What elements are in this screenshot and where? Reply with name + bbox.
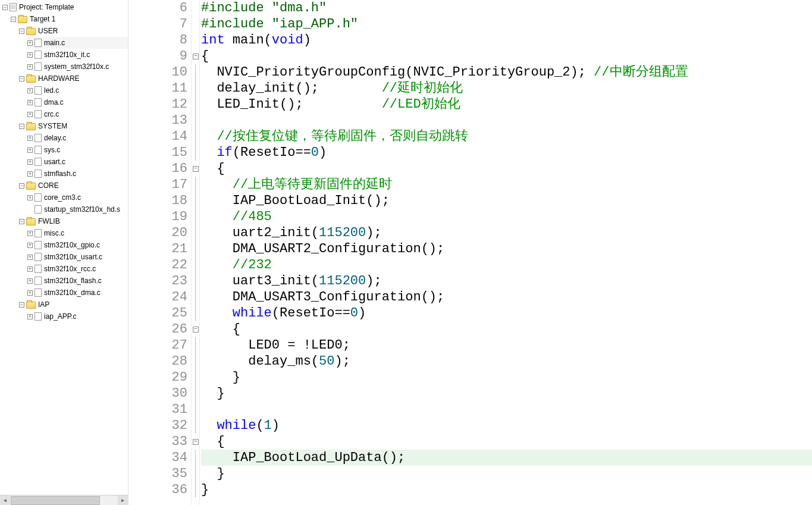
code-line[interactable]: //上电等待更新固件的延时 xyxy=(201,177,812,193)
code-line[interactable]: delay_ms(50); xyxy=(201,353,812,369)
expander-icon[interactable]: + xyxy=(27,314,33,319)
expander-icon[interactable]: + xyxy=(27,100,33,105)
file-row[interactable]: +stm32f10x_dma.c xyxy=(26,287,128,299)
fold-toggle-icon[interactable]: − xyxy=(193,166,199,172)
file-row[interactable]: +stm32f10x_gpio.c xyxy=(26,239,128,251)
target-row[interactable]: − Target 1 xyxy=(10,13,128,25)
expander-icon[interactable]: + xyxy=(27,40,33,46)
file-row[interactable]: +crc.c xyxy=(26,108,128,120)
expander-icon[interactable]: − xyxy=(19,76,24,81)
code-line[interactable]: uart3_init(115200); xyxy=(201,273,812,289)
file-row[interactable]: +usart.c xyxy=(26,156,128,168)
fold-cell[interactable]: − xyxy=(192,48,199,64)
fold-cell[interactable]: − xyxy=(192,321,199,337)
expander-icon[interactable]: + xyxy=(27,231,33,236)
expander-icon[interactable]: + xyxy=(27,266,33,272)
code-line[interactable]: { xyxy=(201,321,812,337)
group-row[interactable]: −HARDWARE xyxy=(18,73,128,84)
expander-icon[interactable]: + xyxy=(27,243,33,248)
expander-icon[interactable]: + xyxy=(27,112,33,117)
code-line[interactable]: if(ResetIo==0) xyxy=(201,145,812,161)
code-line[interactable]: while(ResetIo==0) xyxy=(201,305,812,321)
fold-column[interactable]: −−−− xyxy=(192,0,200,505)
code-line[interactable]: } xyxy=(201,369,812,385)
expander-icon[interactable]: − xyxy=(19,124,24,129)
file-row[interactable]: +misc.c xyxy=(26,227,128,239)
scroll-right-icon[interactable]: ► xyxy=(118,495,128,505)
file-row[interactable]: +stmflash.c xyxy=(26,168,128,180)
expander-icon[interactable]: + xyxy=(27,171,33,177)
file-row[interactable]: +stm32f10x_flash.c xyxy=(26,275,128,287)
file-row[interactable]: +main.c xyxy=(26,37,128,49)
file-row[interactable]: +delay.c xyxy=(26,132,128,144)
code-line[interactable] xyxy=(201,112,812,128)
file-row[interactable]: +iap_APP.c xyxy=(26,310,128,322)
file-row[interactable]: +core_cm3.c xyxy=(26,192,128,203)
scroll-left-icon[interactable]: ◄ xyxy=(0,495,10,505)
project-root-row[interactable]: − Project: Template xyxy=(1,1,128,13)
file-row[interactable]: +stm32f10x_it.c xyxy=(26,49,128,61)
group-row[interactable]: −FWLIB xyxy=(18,215,128,227)
fold-toggle-icon[interactable]: − xyxy=(193,439,199,445)
expander-icon[interactable]: + xyxy=(27,52,33,58)
expander-icon[interactable]: + xyxy=(27,255,33,260)
fold-cell[interactable]: − xyxy=(192,161,199,177)
code-line[interactable]: { xyxy=(201,434,812,450)
code-line[interactable]: { xyxy=(201,161,812,177)
code-line[interactable]: uart2_init(115200); xyxy=(201,225,812,241)
expander-icon[interactable]: + xyxy=(27,136,33,141)
code-line[interactable]: } xyxy=(201,466,812,482)
code-line[interactable]: //485 xyxy=(201,209,812,225)
file-row[interactable]: +led.c xyxy=(26,84,128,96)
code-line[interactable]: //按住复位键，等待刷固件，否则自动跳转 xyxy=(201,128,812,145)
code-editor[interactable]: 6789101112131415161718192021222324252627… xyxy=(128,0,812,505)
file-row[interactable]: +system_stm32f10x.c xyxy=(26,61,128,73)
project-tree[interactable]: − Project: Template − Target 1 −USER+mai… xyxy=(0,0,128,495)
code-line[interactable] xyxy=(201,402,812,418)
fold-toggle-icon[interactable]: − xyxy=(193,54,199,59)
code-line[interactable]: } xyxy=(201,482,812,498)
code-area[interactable]: #include "dma.h"#include "iap_APP.h"int … xyxy=(200,0,812,505)
code-line[interactable]: #include "iap_APP.h" xyxy=(201,16,812,32)
expander-icon[interactable]: + xyxy=(27,148,33,153)
file-row[interactable]: startup_stm32f10x_hd.s xyxy=(26,203,128,215)
expander-icon[interactable]: + xyxy=(27,159,33,165)
code-line[interactable]: } xyxy=(201,385,812,402)
code-line[interactable]: LED_Init(); //LED初始化 xyxy=(201,96,812,112)
code-line[interactable]: delay_init(); //延时初始化 xyxy=(201,80,812,96)
expander-icon[interactable]: + xyxy=(27,64,33,70)
scroll-thumb[interactable] xyxy=(11,496,100,505)
file-row[interactable]: +stm32f10x_usart.c xyxy=(26,251,128,263)
group-row[interactable]: −CORE xyxy=(18,180,128,192)
group-row[interactable]: −SYSTEM xyxy=(18,120,128,132)
code-line[interactable]: DMA_USART2_Configuration(); xyxy=(201,241,812,257)
code-line[interactable]: NVIC_PriorityGroupConfig(NVIC_PriorityGr… xyxy=(201,64,812,80)
fold-cell[interactable]: − xyxy=(192,434,199,450)
expander-icon[interactable]: + xyxy=(27,290,33,296)
code-line[interactable]: DMA_USART3_Configuration(); xyxy=(201,289,812,305)
code-line[interactable]: #include "dma.h" xyxy=(201,0,812,16)
fold-toggle-icon[interactable]: − xyxy=(193,327,199,333)
group-row[interactable]: −USER xyxy=(18,25,128,37)
expander-icon[interactable]: − xyxy=(2,5,8,10)
expander-icon[interactable]: + xyxy=(27,88,33,93)
file-row[interactable]: +sys.c xyxy=(26,144,128,156)
expander-icon[interactable]: − xyxy=(19,183,24,189)
expander-icon[interactable]: + xyxy=(27,278,33,284)
code-line[interactable]: while(1) xyxy=(201,418,812,434)
expander-icon[interactable]: − xyxy=(11,17,16,22)
file-row[interactable]: +dma.c xyxy=(26,96,128,108)
code-line[interactable]: IAP_BootLoad_UpData(); xyxy=(201,450,812,466)
file-row[interactable]: +stm32f10x_rcc.c xyxy=(26,263,128,275)
expander-icon[interactable]: − xyxy=(19,302,24,308)
expander-icon[interactable]: + xyxy=(27,195,33,200)
sidebar-h-scrollbar[interactable]: ◄ ► xyxy=(0,495,128,505)
code-line[interactable]: //232 xyxy=(201,257,812,273)
group-row[interactable]: −IAP xyxy=(18,299,128,310)
expander-icon[interactable]: − xyxy=(19,219,24,224)
expander-icon[interactable]: − xyxy=(19,29,24,34)
code-line[interactable]: int main(void) xyxy=(201,32,812,48)
code-line[interactable]: LED0 = !LED0; xyxy=(201,337,812,353)
code-line[interactable]: { xyxy=(201,48,812,64)
code-line[interactable]: IAP_BootLoad_Init(); xyxy=(201,193,812,209)
